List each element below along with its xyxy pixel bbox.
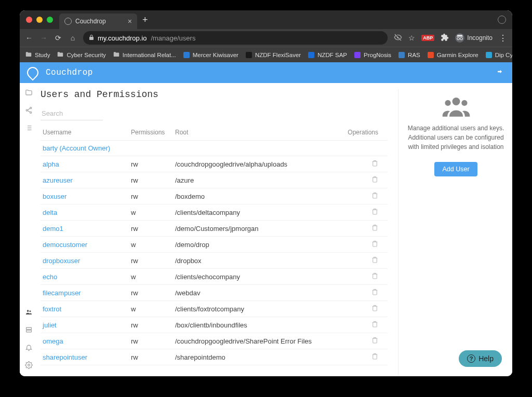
help-button[interactable]: ? Help xyxy=(459,350,502,367)
browser-tab[interactable]: Couchdrop × xyxy=(59,13,137,29)
bookmark-item[interactable]: Garmin Explore xyxy=(427,51,478,59)
main-content: Users and Permissions Username Permissio… xyxy=(37,83,512,376)
delete-user-button[interactable] xyxy=(371,305,378,313)
delete-user-button[interactable] xyxy=(371,160,378,168)
root-cell xyxy=(173,141,345,156)
sidebar-item-files[interactable] xyxy=(24,88,33,97)
svg-point-10 xyxy=(452,98,460,105)
sidebar-item-storage[interactable] xyxy=(24,325,33,334)
globe-icon xyxy=(64,18,72,25)
username-link[interactable]: sharepointuser xyxy=(43,353,87,361)
delete-user-button[interactable] xyxy=(371,289,378,297)
logout-button[interactable] xyxy=(497,67,505,78)
users-table: Username Permissions Root Operations bar… xyxy=(41,125,388,365)
table-row: barty (Account Owner) xyxy=(41,141,388,156)
sidebar-item-list[interactable] xyxy=(24,124,33,132)
svg-point-12 xyxy=(461,100,467,106)
permissions-cell: w xyxy=(129,237,173,253)
favicon xyxy=(354,51,361,59)
search-input[interactable] xyxy=(41,107,103,120)
favicon xyxy=(183,51,190,59)
username-link[interactable]: filecampuser xyxy=(43,289,81,297)
bookmark-label: Study xyxy=(35,52,50,58)
permissions-cell: rw xyxy=(129,349,173,365)
username-link[interactable]: demo1 xyxy=(43,225,63,232)
col-operations: Operations xyxy=(345,125,388,141)
forward-button[interactable]: → xyxy=(39,34,48,42)
url-path: /manage/users xyxy=(151,34,195,42)
delete-user-button[interactable] xyxy=(371,193,378,200)
username-link[interactable]: dropboxuser xyxy=(43,257,80,265)
bookmark-item[interactable]: Mercer Kiwisaver xyxy=(183,51,238,59)
delete-user-button[interactable] xyxy=(371,225,378,232)
home-button[interactable]: ⌂ xyxy=(69,34,77,42)
back-button[interactable]: ← xyxy=(25,34,33,42)
username-link[interactable]: azureuser xyxy=(43,176,73,184)
username-link[interactable]: juliet xyxy=(43,321,57,329)
delete-user-button[interactable] xyxy=(371,337,378,345)
minimize-window-button[interactable] xyxy=(36,17,43,23)
table-row: sharepointuserrw/sharepointdemo xyxy=(41,349,388,365)
account-indicator-icon[interactable] xyxy=(498,16,506,24)
bookmark-star-icon[interactable]: ☆ xyxy=(408,34,415,42)
bookmark-item[interactable]: Dip CyberSec xyxy=(485,51,512,59)
bookmark-label: NZDF SAP xyxy=(317,52,347,58)
table-row: julietrw/box/clientb/inboundfiles xyxy=(41,317,388,333)
app-viewport: Couchdrop xyxy=(20,62,512,376)
sidebar-item-notifications[interactable] xyxy=(24,343,33,351)
root-cell: /sharepointdemo xyxy=(173,349,345,365)
reload-button[interactable]: ⟳ xyxy=(54,34,62,42)
couchdrop-logo-icon[interactable] xyxy=(24,64,41,80)
close-tab-button[interactable]: × xyxy=(128,17,132,25)
incognito-indicator[interactable]: Incognito xyxy=(455,33,493,43)
delete-user-button[interactable] xyxy=(371,353,378,361)
bookmark-item[interactable]: International Relat... xyxy=(113,51,176,59)
operations-cell xyxy=(345,237,388,253)
delete-user-button[interactable] xyxy=(371,257,378,265)
bookmark-item[interactable]: Cyber Security xyxy=(57,51,105,59)
delete-user-button[interactable] xyxy=(371,273,378,281)
folder-icon xyxy=(57,51,64,59)
sidebar-item-users[interactable] xyxy=(24,308,33,316)
address-bar[interactable]: my.couchdrop.io/manage/users xyxy=(83,31,388,45)
new-tab-button[interactable]: + xyxy=(142,15,148,25)
sidebar-item-settings[interactable] xyxy=(24,361,33,369)
delete-user-button[interactable] xyxy=(371,209,378,216)
bookmark-item[interactable]: NZDF SAP xyxy=(308,51,347,59)
incognito-eye-icon xyxy=(394,33,402,43)
username-link[interactable]: boxuser xyxy=(43,193,66,200)
delete-user-button[interactable] xyxy=(371,176,378,184)
permissions-cell: rw xyxy=(129,156,173,172)
bookmark-item[interactable]: RAS xyxy=(398,51,420,59)
folder-icon xyxy=(25,51,32,59)
svg-point-11 xyxy=(445,100,450,106)
root-cell: /demo/Customers/jpmorgan xyxy=(173,221,345,237)
username-link[interactable]: omega xyxy=(43,337,63,345)
username-link[interactable]: delta xyxy=(43,209,57,216)
bookmark-item[interactable]: NZDF FlexiSaver xyxy=(245,51,301,59)
abp-extension-badge[interactable]: ABP xyxy=(421,35,434,41)
maximize-window-button[interactable] xyxy=(47,17,53,23)
username-link[interactable]: democustomer xyxy=(43,241,87,249)
username-link[interactable]: foxtrot xyxy=(43,305,61,313)
browser-menu-button[interactable]: ⋮ xyxy=(499,33,507,43)
table-row: boxuserrw/boxdemo xyxy=(41,188,388,204)
bookmark-item[interactable]: Study xyxy=(25,51,50,59)
username-link[interactable]: barty (Account Owner) xyxy=(43,144,110,152)
permissions-cell: w xyxy=(129,204,173,221)
bookmark-label: ProgNosis xyxy=(364,52,391,58)
tab-title: Couchdrop xyxy=(75,18,106,25)
username-link[interactable]: echo xyxy=(43,273,57,281)
table-row: omegarw/couchdropgoogledrive/SharePoint … xyxy=(41,333,388,349)
delete-user-button[interactable] xyxy=(371,321,378,329)
operations-cell xyxy=(345,204,388,221)
username-link[interactable]: alpha xyxy=(43,160,59,168)
extensions-button[interactable] xyxy=(441,33,449,43)
delete-user-button[interactable] xyxy=(371,241,378,249)
add-user-button[interactable]: Add User xyxy=(434,162,477,176)
root-cell: /box/clientb/inboundfiles xyxy=(173,317,345,333)
bookmark-item[interactable]: ProgNosis xyxy=(354,51,391,59)
close-window-button[interactable] xyxy=(26,17,32,23)
help-icon: ? xyxy=(467,354,475,363)
sidebar-item-share[interactable] xyxy=(24,106,33,114)
